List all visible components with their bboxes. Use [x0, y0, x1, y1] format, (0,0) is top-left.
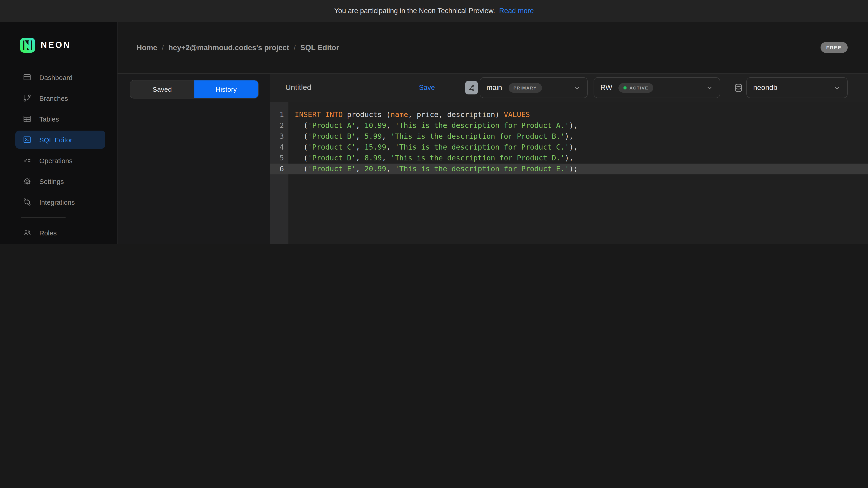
history-panel: Saved History Your history is empty [118, 74, 270, 244]
dashboard-icon [23, 73, 32, 82]
sidebar-item-dashboard[interactable]: Dashboard [16, 68, 105, 86]
code-line[interactable]: 3 ('Product B', 5.99, 'This is the descr… [270, 131, 868, 142]
chevron-down-icon [573, 84, 581, 92]
branch-select[interactable]: main PRIMARY [480, 77, 588, 98]
breadcrumb: Home / hey+2@mahmoud.codes's project / S… [136, 43, 339, 52]
chevron-down-icon [833, 84, 841, 92]
code-text: ('Product D', 8.99, 'This is the descrip… [288, 153, 574, 164]
code-text: ('Product C', 15.99, 'This is the descri… [288, 142, 578, 153]
sidebar-item-tables[interactable]: Tables [16, 110, 105, 128]
line-number: 1 [270, 109, 288, 120]
integrations-icon [23, 197, 32, 206]
neon-wordmark: NEON [41, 40, 71, 50]
line-number: 3 [270, 131, 288, 142]
chevron-down-icon [706, 84, 713, 92]
database-select[interactable]: neondb [746, 77, 848, 98]
editor-header: Untitled Save main PRIMARY [270, 74, 868, 102]
plan-badge: FREE [820, 42, 848, 53]
sidebar-nav: Dashboard Branches Tables SQL Editor Ope… [0, 68, 117, 244]
breadcrumb-project[interactable]: hey+2@mahmoud.codes's project [168, 43, 289, 52]
line-number: 2 [270, 120, 288, 131]
neon-console: You are participating in the Neon Techni… [0, 0, 868, 244]
tab-history[interactable]: History [194, 80, 258, 98]
code-text: ('Product B', 5.99, 'This is the descrip… [288, 131, 574, 142]
sidebar-item-integrations[interactable]: Integrations [16, 193, 105, 211]
branch-icon [468, 84, 475, 92]
banner-message: You are participating in the Neon Techni… [334, 7, 495, 15]
sql-editor-pane: Untitled Save main PRIMARY [270, 74, 868, 244]
sidebar-item-label: Dashboard [39, 73, 72, 81]
sidebar-item-label: Roles [39, 229, 57, 236]
operations-icon [23, 156, 32, 165]
code-line[interactable]: 4 ('Product C', 15.99, 'This is the desc… [270, 142, 868, 153]
sidebar-item-label: Integrations [39, 198, 75, 206]
sidebar-item-label: Tables [39, 115, 59, 123]
status-dot [624, 86, 627, 89]
sql-editor-icon [23, 135, 32, 144]
code-lines: 1INSERT INTO products (name, price, desc… [270, 102, 868, 174]
sidebar-item-operations[interactable]: Operations [16, 151, 105, 169]
database-name: neondb [753, 84, 777, 92]
neon-logomark-icon [20, 37, 35, 53]
save-button[interactable]: Save [419, 84, 435, 92]
roles-icon [23, 228, 32, 237]
read-more-link[interactable]: Read more [499, 7, 534, 15]
sidebar-item-label: Settings [39, 177, 64, 185]
context-selectors: main PRIMARY RW ACTIVE neon [459, 74, 868, 102]
branch-button[interactable] [465, 81, 478, 94]
breadcrumb-home[interactable]: Home [136, 43, 157, 52]
database-icon [733, 83, 744, 93]
sidebar-item-label: SQL Editor [39, 136, 72, 143]
branch-name: main [487, 84, 502, 92]
tables-icon [23, 114, 32, 123]
sidebar-divider [21, 217, 66, 218]
active-badge-label: ACTIVE [629, 85, 649, 90]
technical-preview-banner: You are participating in the Neon Techni… [0, 0, 868, 22]
code-text: ('Product E', 20.99, 'This is the descri… [288, 164, 578, 174]
tab-saved[interactable]: Saved [130, 80, 194, 98]
code-line[interactable]: 5 ('Product D', 8.99, 'This is the descr… [270, 153, 868, 164]
line-number: 4 [270, 142, 288, 153]
sidebar-item-label: Branches [39, 94, 68, 102]
branches-icon [23, 94, 32, 103]
compute-name: RW [600, 84, 612, 92]
primary-badge: PRIMARY [508, 83, 542, 92]
line-number: 6 [270, 164, 288, 174]
breadcrumb-separator: / [162, 43, 164, 52]
code-line[interactable]: 2 ('Product A', 10.99, 'This is the desc… [270, 120, 868, 131]
sidebar-item-label: Operations [39, 157, 72, 164]
breadcrumb-separator: / [293, 43, 296, 52]
sidebar-item-branches[interactable]: Branches [16, 89, 105, 107]
sidebar: NEON Dashboard Branches Tables SQL Edi [0, 22, 118, 244]
saved-history-tabs: Saved History [130, 80, 258, 98]
sidebar-item-sql-editor[interactable]: SQL Editor [16, 131, 105, 149]
sidebar-item-settings[interactable]: Settings [16, 172, 105, 190]
code-text: INSERT INTO products (name, price, descr… [288, 109, 530, 120]
neon-logo[interactable]: NEON [20, 37, 117, 53]
sidebar-item-roles[interactable]: Roles [16, 224, 105, 242]
query-title: Untitled [285, 83, 311, 92]
settings-icon [23, 177, 32, 186]
breadcrumb-current-page: SQL Editor [300, 43, 339, 52]
line-number: 5 [270, 153, 288, 164]
active-badge: ACTIVE [619, 83, 653, 92]
code-line[interactable]: 6 ('Product E', 20.99, 'This is the desc… [270, 164, 868, 174]
main-content: Home / hey+2@mahmoud.codes's project / S… [118, 22, 868, 244]
query-title-bar: Untitled Save [270, 74, 459, 102]
code-line[interactable]: 1INSERT INTO products (name, price, desc… [270, 109, 868, 120]
code-text: ('Product A', 10.99, 'This is the descri… [288, 120, 578, 131]
compute-select[interactable]: RW ACTIVE [594, 77, 720, 98]
topbar: Home / hey+2@mahmoud.codes's project / S… [118, 22, 868, 74]
code-editor[interactable]: 1INSERT INTO products (name, price, desc… [270, 102, 868, 244]
